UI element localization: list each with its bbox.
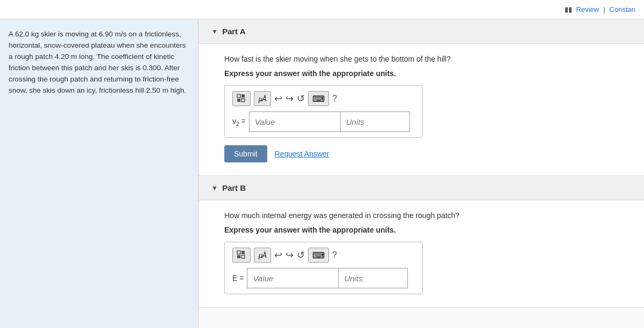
part-b-units-input[interactable] [338,268,408,288]
constants-link[interactable]: Constan [610,5,635,13]
part-a-units-input[interactable] [340,111,410,132]
part-b-keyboard-btn[interactable]: ⌨ [308,248,329,263]
part-a-section: ▼ Part A How fast is the skier moving wh… [199,19,644,176]
part-a-undo-btn[interactable]: ↩ [274,93,282,105]
top-bar: ▮▮ Review | Constan [0,0,644,19]
part-b-body: How much internal energy was generated i… [199,200,644,307]
part-a-arrow: ▼ [211,28,218,35]
problem-statement: A 62.0 kg skier is moving at 6.90 m/s on… [0,19,199,328]
problem-text: A 62.0 kg skier is moving at 6.90 m/s on… [9,29,189,96]
part-b-title: Part B [222,183,246,192]
part-b-matrix-btn[interactable] [232,248,251,263]
separator: | [603,5,605,13]
part-a-body: How fast is the skier moving when she ge… [199,44,644,175]
review-link[interactable]: Review [576,5,599,13]
part-b-mu-label: μÅ [259,251,266,259]
part-a-redo-btn[interactable]: ↪ [286,93,294,105]
review-icon: ▮▮ [565,5,572,13]
part-b-value-input[interactable] [247,268,338,288]
main-content: A 62.0 kg skier is moving at 6.90 m/s on… [0,19,644,328]
part-b-input-row: E = [232,268,415,288]
part-a-value-input[interactable] [249,111,340,132]
part-b-mu-btn[interactable]: μÅ [254,248,271,263]
part-a-matrix-btn[interactable] [232,91,251,106]
part-b-toolbar: μÅ ↩ ↪ ↺ ⌨ ? [232,248,415,263]
part-a-help-btn[interactable]: ? [332,94,337,103]
part-a-header[interactable]: ▼ Part A [199,19,644,44]
part-b-question: How much internal energy was generated i… [224,210,627,221]
part-b-matrix-icon [237,250,246,260]
part-a-actions: Submit Request Answer [224,145,627,162]
svg-rect-6 [237,255,240,258]
part-a-title: Part A [222,27,246,36]
svg-rect-5 [241,251,245,254]
part-b-undo-btn[interactable]: ↩ [274,249,282,261]
part-b-redo-btn[interactable]: ↪ [286,249,294,261]
part-a-input-row: v2 = [232,111,415,132]
part-b-instruction: Express your answer with the appropriate… [224,226,627,234]
part-a-instruction: Express your answer with the appropriate… [224,69,627,78]
mu-label: μÅ [259,95,266,103]
part-a-keyboard-btn[interactable]: ⌨ [308,91,329,106]
svg-rect-7 [241,255,245,258]
part-a-question: How fast is the skier moving when she ge… [224,54,627,65]
matrix-icon [237,94,246,103]
part-a-toolbar: μÅ ↩ ↪ ↺ ⌨ ? [232,91,415,106]
part-a-input-label: v2 = [232,117,246,127]
part-a-mu-btn[interactable]: μÅ [254,91,271,106]
part-b-header[interactable]: ▼ Part B [199,176,644,200]
svg-rect-3 [241,99,245,102]
part-b-arrow: ▼ [211,184,218,192]
top-bar-links: ▮▮ Review | Constan [565,5,635,13]
part-b-section: ▼ Part B How much internal energy was ge… [199,176,644,308]
part-b-refresh-btn[interactable]: ↺ [297,249,305,261]
part-a-submit-btn[interactable]: Submit [224,145,267,162]
part-a-request-answer-btn[interactable]: Request Answer [275,150,330,158]
part-b-answer-box: μÅ ↩ ↪ ↺ ⌨ ? E = [224,242,423,294]
right-panel: ▼ Part A How fast is the skier moving wh… [199,19,644,328]
part-a-refresh-btn[interactable]: ↺ [297,93,305,105]
part-a-answer-box: μÅ ↩ ↪ ↺ ⌨ ? v2 = [224,85,423,138]
svg-rect-4 [237,251,240,254]
svg-rect-0 [237,94,240,98]
part-b-help-btn[interactable]: ? [332,250,337,260]
part-b-input-label: E = [232,274,244,282]
svg-rect-1 [241,94,245,98]
svg-rect-2 [237,99,240,102]
